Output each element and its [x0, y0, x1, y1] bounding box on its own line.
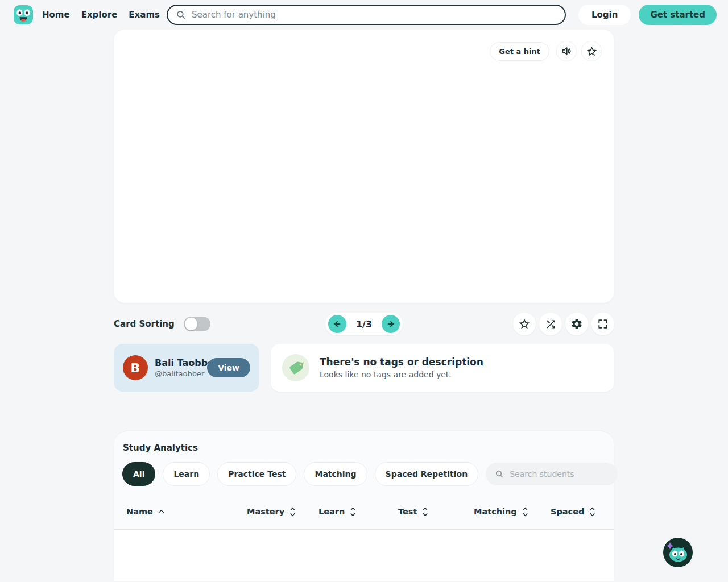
nav-item-exams[interactable]: Exams — [129, 10, 160, 20]
search-icon — [495, 469, 504, 479]
sort-icon — [421, 507, 429, 517]
mascot-icon — [663, 538, 693, 567]
search-input[interactable] — [192, 10, 557, 20]
gear-icon — [570, 318, 583, 330]
column-header-spaced[interactable]: Spaced — [551, 507, 614, 517]
knowt-logo[interactable] — [14, 5, 33, 24]
shuffle-icon — [545, 318, 557, 330]
nav-links: Home Explore Exams — [42, 10, 160, 20]
study-controls: Card Sorting 1/3 — [114, 313, 614, 335]
assistant-mascot-button[interactable] — [663, 538, 693, 567]
tags-card: There's no tags or description Looks lik… — [271, 344, 614, 392]
sort-asc-icon — [158, 508, 165, 516]
main-content: Get a hint Card Sorting 1/3 — [114, 30, 614, 581]
column-header-name[interactable]: Name — [126, 507, 247, 516]
view-author-button[interactable]: View — [207, 358, 250, 377]
study-tools — [403, 313, 614, 335]
column-header-matching[interactable]: Matching — [474, 507, 551, 517]
filter-matching[interactable]: Matching — [304, 462, 367, 486]
tag-icon — [288, 360, 304, 376]
nav-item-explore[interactable]: Explore — [81, 10, 118, 20]
column-label: Test — [398, 507, 417, 516]
favorite-card-button[interactable] — [581, 41, 602, 61]
tags-text: There's no tags or description Looks lik… — [320, 356, 483, 379]
analytics-filters: All Learn Practice Test Matching Spaced … — [114, 462, 614, 486]
analytics-table-header: Name Mastery Learn Test Matching Spaced — [114, 500, 614, 523]
filter-learn[interactable]: Learn — [163, 462, 210, 486]
card-sorting-control: Card Sorting — [114, 317, 325, 331]
flashcard[interactable]: Get a hint — [114, 30, 614, 303]
filter-practice-test[interactable]: Practice Test — [217, 462, 296, 486]
star-icon — [518, 318, 531, 330]
sort-icon — [589, 507, 596, 517]
filter-all[interactable]: All — [122, 462, 155, 486]
sort-icon — [522, 507, 529, 517]
student-search[interactable] — [486, 463, 618, 485]
author-handle: @balitaobber — [155, 369, 200, 378]
column-label: Matching — [474, 507, 517, 516]
arrow-left-icon — [332, 319, 342, 329]
set-info-row: B Bali Taobber @balitaobber View There's… — [114, 344, 614, 392]
nav-item-home[interactable]: Home — [42, 10, 70, 20]
search-icon — [176, 10, 186, 20]
tags-subtitle: Looks like no tags are added yet. — [320, 370, 483, 379]
sort-icon — [289, 507, 296, 517]
student-search-input[interactable] — [510, 469, 609, 479]
global-search[interactable] — [167, 5, 566, 25]
login-button[interactable]: Login — [578, 5, 631, 25]
page-indicator: 1/3 — [356, 319, 372, 330]
column-label: Name — [126, 507, 153, 516]
column-label: Spaced — [551, 507, 584, 516]
tags-title: There's no tags or description — [320, 356, 483, 368]
star-icon — [586, 45, 598, 57]
get-started-button[interactable]: Get started — [639, 5, 717, 25]
toggle-knob — [185, 318, 197, 330]
card-sorting-toggle[interactable] — [184, 317, 210, 331]
speaker-icon — [561, 45, 572, 57]
top-navbar: Home Explore Exams Login Get started — [0, 0, 728, 30]
star-cards-button[interactable] — [513, 313, 536, 335]
tag-icon-circle — [282, 354, 309, 381]
column-header-test[interactable]: Test — [398, 507, 474, 517]
sort-icon — [349, 507, 357, 517]
arrow-right-icon — [386, 319, 396, 329]
previous-card-button[interactable] — [328, 315, 346, 333]
column-label: Mastery — [247, 507, 284, 516]
fullscreen-icon — [597, 318, 609, 330]
author-meta: Bali Taobber @balitaobber — [155, 357, 200, 378]
settings-button[interactable] — [565, 313, 588, 335]
analytics-title: Study Analytics — [114, 443, 614, 453]
get-hint-button[interactable]: Get a hint — [490, 42, 549, 61]
filter-spaced-repetition[interactable]: Spaced Repetition — [375, 462, 479, 486]
column-header-mastery[interactable]: Mastery — [247, 507, 318, 517]
card-pager: 1/3 — [325, 313, 403, 335]
author-name: Bali Taobber — [155, 357, 200, 368]
next-card-button[interactable] — [382, 315, 400, 333]
audio-button[interactable] — [556, 41, 577, 61]
author-card: B Bali Taobber @balitaobber View — [114, 344, 259, 392]
study-analytics-panel: Study Analytics All Learn Practice Test … — [114, 431, 614, 581]
column-label: Learn — [318, 507, 345, 516]
author-avatar[interactable]: B — [123, 355, 148, 380]
card-sorting-label: Card Sorting — [114, 319, 175, 329]
shuffle-button[interactable] — [539, 313, 562, 335]
analytics-table-body — [114, 530, 614, 581]
fullscreen-button[interactable] — [592, 313, 614, 335]
column-header-learn[interactable]: Learn — [318, 507, 398, 517]
flashcard-actions: Get a hint — [490, 41, 602, 61]
